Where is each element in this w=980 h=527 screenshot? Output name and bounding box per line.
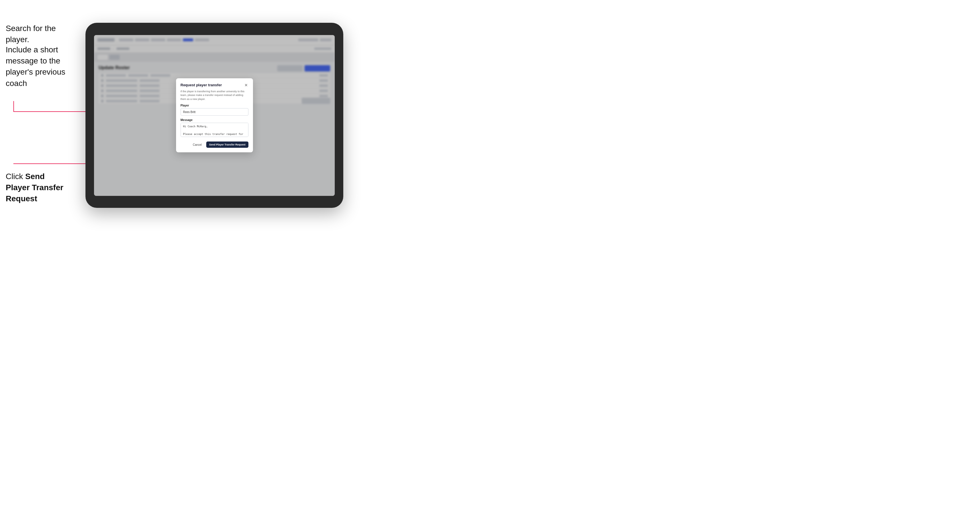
request-transfer-modal: Request player transfer ✕ If the player … bbox=[176, 78, 253, 152]
send-transfer-request-button[interactable]: Send Player Transfer Request bbox=[206, 141, 248, 148]
modal-header: Request player transfer ✕ bbox=[181, 83, 248, 87]
message-textarea[interactable]: Hi Coach McHarg, Please accept this tran… bbox=[181, 123, 248, 137]
modal-title: Request player transfer bbox=[181, 83, 222, 87]
close-icon[interactable]: ✕ bbox=[244, 83, 248, 87]
player-label: Player bbox=[181, 104, 248, 107]
arrow-line-1-vert bbox=[13, 101, 14, 111]
message-label: Message bbox=[181, 118, 248, 122]
annotation-message: Include a short message to the player's … bbox=[6, 44, 81, 89]
tablet-screen: › Update Roster bbox=[94, 35, 335, 196]
modal-overlay: Request player transfer ✕ If the player … bbox=[94, 35, 335, 196]
modal-actions: Cancel Send Player Transfer Request bbox=[181, 141, 248, 148]
player-input[interactable] bbox=[181, 108, 248, 116]
tablet-device: › Update Roster bbox=[86, 23, 343, 208]
modal-description: If the player is transferring from anoth… bbox=[181, 90, 248, 102]
annotation-search: Search for the player. bbox=[6, 23, 74, 45]
cancel-button[interactable]: Cancel bbox=[191, 142, 204, 148]
annotation-click: Click Send Player Transfer Request bbox=[6, 171, 68, 205]
